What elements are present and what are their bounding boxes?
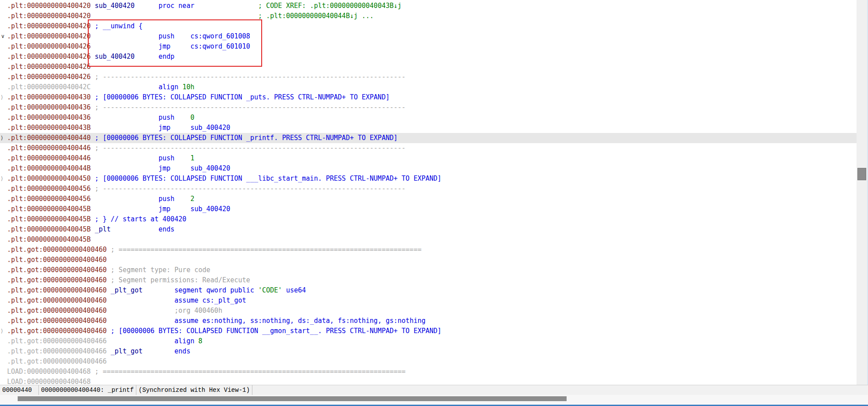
code-segment	[91, 73, 95, 81]
code-segment: 10h	[182, 83, 194, 91]
code-segment: .plt:0000000000400420	[7, 22, 91, 30]
vertical-scrollbar[interactable]	[857, 0, 867, 385]
listing-line[interactable]: .plt.got:0000000000400460 assume cs:_plt…	[0, 296, 857, 306]
code-segment: .plt.got:0000000000400460	[7, 276, 107, 284]
code-segment: ; Segment type: Pure code	[111, 266, 210, 274]
code-segment	[111, 225, 158, 233]
listing-line[interactable]: .plt:000000000040045B	[0, 235, 857, 245]
code-segment: ends	[158, 225, 174, 233]
listing-line[interactable]: ⟩.plt.got:0000000000400460 ; [00000006 B…	[0, 326, 857, 336]
code-segment: .plt.got:0000000000400460	[7, 296, 107, 304]
listing-line[interactable]: .plt.got:0000000000400460 ;org 400460h	[0, 306, 857, 316]
code-segment: 1	[190, 154, 194, 162]
code-segment: ; --------------------------------------…	[95, 103, 406, 111]
code-segment: .plt:000000000040045B	[7, 205, 91, 213]
code-segment: ; --------------------------------------…	[95, 73, 406, 81]
listing-line[interactable]: .plt.got:0000000000400466	[0, 357, 857, 367]
expand-function-icon[interactable]: ⟩	[1, 174, 7, 184]
code-segment: push	[158, 154, 190, 162]
listing-line[interactable]: .plt.got:0000000000400460 ; Segment type…	[0, 265, 857, 275]
expand-function-icon[interactable]: ⟩	[1, 133, 7, 143]
listing-line[interactable]: ∨.plt:0000000000400420 push cs:qword_601…	[0, 31, 857, 42]
code-segment: .plt.got:0000000000400460	[7, 246, 107, 254]
code-segment: .plt:0000000000400420	[7, 32, 91, 40]
listing-line[interactable]: .plt.got:0000000000400460 assume es:noth…	[0, 316, 857, 326]
listing-line[interactable]: ⟩.plt:0000000000400440 ; [00000006 BYTES…	[0, 133, 857, 143]
listing-line[interactable]: .plt:0000000000400426 jmp cs:qword_60101…	[0, 42, 857, 52]
code-segment	[91, 175, 95, 182]
listing-line[interactable]: LOAD:0000000000400468 ; ================…	[0, 367, 857, 377]
collapse-function-icon[interactable]: ∨	[1, 31, 7, 42]
listing-line[interactable]: .plt:0000000000400426 sub_400420 endp	[0, 52, 857, 62]
code-segment: push	[158, 114, 190, 121]
code-segment	[143, 347, 174, 355]
code-segment	[194, 2, 258, 10]
code-segment: .plt:000000000040045B	[7, 235, 91, 243]
code-segment	[91, 185, 95, 193]
vertical-scrollbar-thumb[interactable]	[857, 168, 866, 180]
listing-line[interactable]: ⟩.plt:0000000000400430 ; [00000006 BYTES…	[0, 92, 857, 102]
horizontal-scrollbar-thumb[interactable]	[18, 396, 567, 401]
code-segment: .plt:000000000040042C	[7, 83, 91, 91]
listing-line[interactable]: .plt:0000000000400426 ; ----------------…	[0, 72, 857, 82]
listing-line[interactable]: .plt:0000000000400446 ; ----------------…	[0, 143, 857, 153]
listing-line[interactable]: .plt.got:0000000000400460 _plt_got segme…	[0, 285, 857, 296]
expand-function-icon[interactable]: ⟩	[1, 92, 7, 102]
code-segment: proc near	[158, 2, 194, 10]
listing-line[interactable]: .plt.got:0000000000400466 align 8	[0, 336, 857, 346]
code-segment: assume cs:_plt_got	[174, 296, 246, 304]
code-segment: ; [00000006 BYTES: COLLAPSED FUNCTION __…	[95, 175, 442, 182]
code-segment: .plt.got:0000000000400460	[7, 286, 107, 294]
listing-line[interactable]: .plt:0000000000400420 sub_400420 proc ne…	[0, 1, 857, 11]
listing-line[interactable]: .plt:000000000040042C align 10h	[0, 82, 857, 92]
listing-line[interactable]: LOAD:0000000000400468	[0, 377, 857, 385]
listing-line[interactable]: .plt:000000000040043B jmp sub_400420	[0, 123, 857, 133]
code-segment: .plt:000000000040043B	[7, 124, 91, 132]
listing-line[interactable]: ⟩.plt:0000000000400450 ; [00000006 BYTES…	[0, 174, 857, 184]
code-segment: align	[174, 337, 198, 345]
code-segment	[91, 195, 159, 203]
status-sync-state: (Synchronized with Hex View-1)	[136, 385, 252, 395]
code-segment: .plt:0000000000400440	[7, 134, 91, 142]
listing-line[interactable]: .plt.got:0000000000400460 ; ============…	[0, 245, 857, 255]
listing-line[interactable]: .plt:0000000000400420 ; .plt:00000000004…	[0, 11, 857, 21]
listing-line[interactable]: .plt.got:0000000000400460 ; Segment perm…	[0, 275, 857, 285]
code-segment: ; --------------------------------------…	[95, 144, 406, 152]
listing-line[interactable]: .plt:000000000040045B jmp sub_400420	[0, 204, 857, 214]
code-segment: jmp sub_400420	[158, 205, 230, 213]
listing-line[interactable]: .plt.got:0000000000400466 _plt_got ends	[0, 346, 857, 357]
listing-line[interactable]: .plt:0000000000400426	[0, 62, 857, 72]
code-segment: .plt:0000000000400436	[7, 103, 91, 111]
listing-line[interactable]: .plt:000000000040045B _plt ends	[0, 224, 857, 235]
listing-line[interactable]: .plt.got:0000000000400460	[0, 255, 857, 265]
code-segment	[91, 83, 159, 91]
listing-line[interactable]: .plt:000000000040044B jmp sub_400420	[0, 163, 857, 174]
code-segment: 2	[190, 195, 194, 203]
code-segment	[91, 368, 95, 376]
code-segment: ; } // starts at 400420	[95, 215, 187, 223]
disassembly-listing[interactable]: .plt:0000000000400420 sub_400420 proc ne…	[0, 0, 857, 385]
code-segment	[107, 337, 175, 345]
listing-line[interactable]: .plt:0000000000400436 push 0	[0, 113, 857, 123]
code-segment	[107, 347, 111, 355]
code-segment: 0	[190, 114, 194, 121]
code-segment	[107, 317, 175, 325]
code-segment: .plt:0000000000400426	[7, 53, 91, 61]
listing-line[interactable]: .plt:0000000000400456 push 2	[0, 194, 857, 204]
code-segment: .plt:0000000000400426	[7, 73, 91, 81]
code-segment: .plt:000000000040045B	[7, 225, 91, 233]
code-segment: .plt:0000000000400426	[7, 63, 91, 71]
listing-line[interactable]: .plt:0000000000400456 ; ----------------…	[0, 184, 857, 194]
code-segment: .plt:0000000000400436	[7, 114, 91, 121]
code-segment: 8	[199, 337, 203, 345]
code-segment: assume es:nothing, ss:nothing, ds:_data,…	[174, 317, 425, 325]
code-segment: sub_400420	[95, 53, 135, 61]
code-segment: ;org 400460h	[174, 307, 222, 315]
listing-line[interactable]: .plt:0000000000400436 ; ----------------…	[0, 102, 857, 113]
listing-line[interactable]: .plt:0000000000400420 ; __unwind {	[0, 21, 857, 31]
listing-line[interactable]: .plt:000000000040045B ; } // starts at 4…	[0, 214, 857, 224]
listing-line[interactable]: .plt:0000000000400446 push 1	[0, 153, 857, 163]
code-segment: .plt.got:0000000000400460	[7, 266, 107, 274]
code-segment: 'CODE'	[258, 286, 282, 294]
expand-function-icon[interactable]: ⟩	[1, 326, 7, 336]
